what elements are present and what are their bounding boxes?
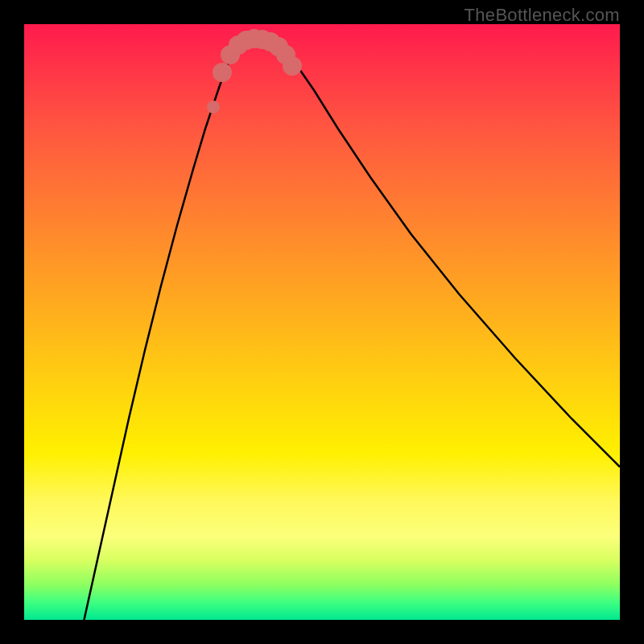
bottleneck-curve bbox=[80, 39, 620, 636]
marker-dot bbox=[283, 56, 302, 76]
marker-dot bbox=[207, 101, 220, 114]
marker-dots-group bbox=[207, 29, 302, 114]
watermark-text: TheBottleneck.com bbox=[464, 5, 620, 26]
marker-dot bbox=[213, 63, 232, 82]
chart-plot-area bbox=[24, 24, 620, 620]
chart-svg bbox=[24, 24, 620, 620]
